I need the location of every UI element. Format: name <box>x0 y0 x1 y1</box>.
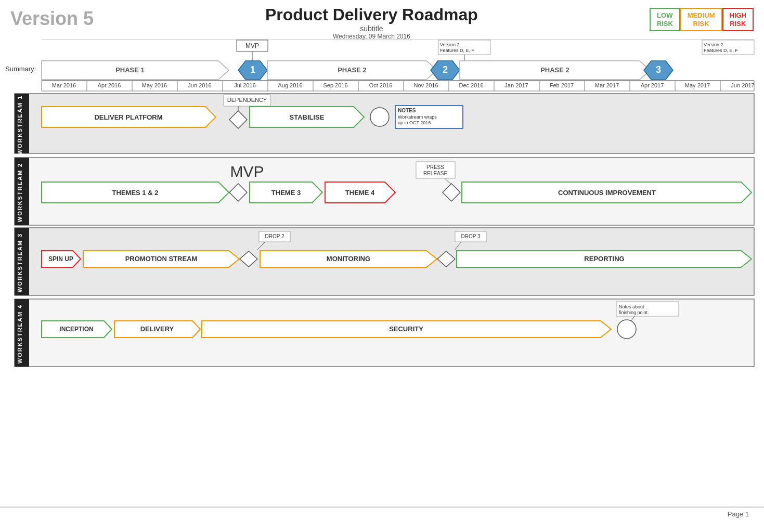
svg-text:STABILISE: STABILISE <box>290 113 325 121</box>
svg-text:SPIN UP: SPIN UP <box>48 255 73 263</box>
svg-text:MONITORING: MONITORING <box>327 255 370 263</box>
svg-text:WORKSTREAM 4: WORKSTREAM 4 <box>17 304 23 364</box>
svg-text:PHASE 2: PHASE 2 <box>338 66 367 74</box>
svg-text:CONTINUOUS IMPROVEMENT: CONTINUOUS IMPROVEMENT <box>558 189 656 197</box>
svg-text:RELEASE: RELEASE <box>423 171 447 176</box>
title-block: Product Delivery Roadmap subtitle Wednes… <box>94 5 650 40</box>
main-title: Product Delivery Roadmap <box>94 5 650 24</box>
svg-text:DEPENDENCY: DEPENDENCY <box>227 97 267 103</box>
low-risk-box: LOWRISK <box>650 8 680 31</box>
svg-text:SECURITY: SECURITY <box>389 325 423 333</box>
svg-text:Features D, E, F: Features D, E, F <box>704 48 739 53</box>
subtitle: subtitle <box>94 24 650 33</box>
svg-text:Version 2.: Version 2. <box>440 42 461 47</box>
svg-text:2: 2 <box>443 64 448 75</box>
svg-text:Jan 2017: Jan 2017 <box>504 82 528 88</box>
svg-text:THEME 3: THEME 3 <box>271 189 301 197</box>
svg-text:Features D, E, F: Features D, E, F <box>440 48 475 53</box>
svg-text:Jun 2017: Jun 2017 <box>731 82 754 88</box>
svg-text:PROMOTION STREAM: PROMOTION STREAM <box>125 255 198 263</box>
version-label: Version 5 <box>10 8 94 30</box>
svg-text:3: 3 <box>656 64 661 75</box>
svg-text:THEMES 1 & 2: THEMES 1 & 2 <box>112 189 159 197</box>
svg-text:MVP: MVP <box>230 163 264 180</box>
svg-point-125 <box>617 320 636 339</box>
svg-text:May 2017: May 2017 <box>685 82 710 88</box>
svg-text:WORKSTREAM 2: WORKSTREAM 2 <box>17 163 23 222</box>
svg-text:MVP: MVP <box>245 42 259 49</box>
main-canvas: MVP Version 2. Features D, E, F Version … <box>0 39 764 528</box>
svg-text:WORKSTREAM 1: WORKSTREAM 1 <box>17 95 23 154</box>
svg-text:May 2016: May 2016 <box>142 82 167 88</box>
svg-point-70 <box>370 108 389 126</box>
svg-text:Workstream wraps: Workstream wraps <box>398 114 437 120</box>
svg-text:NOTES: NOTES <box>398 108 416 113</box>
medium-risk-box: MEDIUMRISK <box>680 8 722 31</box>
svg-text:DELIVERY: DELIVERY <box>140 325 174 333</box>
svg-text:Version 2.: Version 2. <box>704 42 724 47</box>
svg-text:DELIVER PLATFORM: DELIVER PLATFORM <box>94 113 162 121</box>
svg-text:Apr 2017: Apr 2017 <box>641 82 664 88</box>
svg-text:PHASE 1: PHASE 1 <box>115 66 145 74</box>
svg-text:REPORTING: REPORTING <box>584 255 624 263</box>
svg-text:Summary:: Summary: <box>5 65 36 73</box>
svg-text:Aug 2016: Aug 2016 <box>278 82 302 88</box>
svg-text:DROP 2: DROP 2 <box>265 233 284 239</box>
svg-text:DROP 3: DROP 3 <box>461 233 480 239</box>
svg-text:Oct 2016: Oct 2016 <box>369 82 393 88</box>
page: Version 5 Product Delivery Roadmap subti… <box>0 0 764 532</box>
svg-text:WORKSTREAM 3: WORKSTREAM 3 <box>17 233 23 292</box>
svg-text:THEME 4: THEME 4 <box>345 189 375 197</box>
svg-text:Sep 2016: Sep 2016 <box>323 82 347 88</box>
svg-text:Dec 2016: Dec 2016 <box>459 82 483 88</box>
svg-text:Mar 2017: Mar 2017 <box>595 82 619 88</box>
header: Version 5 Product Delivery Roadmap subti… <box>10 5 754 40</box>
svg-text:Nov 2016: Nov 2016 <box>413 82 438 88</box>
svg-text:finishing point.: finishing point. <box>619 310 649 315</box>
svg-text:1: 1 <box>250 64 255 75</box>
high-risk-box: HIGHRISK <box>722 8 754 31</box>
risk-legend: LOWRISK MEDIUMRISK HIGHRISK <box>650 8 754 31</box>
svg-text:Notes about: Notes about <box>619 304 644 309</box>
svg-text:Jul 2016: Jul 2016 <box>234 82 256 88</box>
svg-text:Feb 2017: Feb 2017 <box>550 82 574 88</box>
svg-text:Page 1: Page 1 <box>728 510 749 518</box>
svg-text:up in OCT 2016: up in OCT 2016 <box>398 120 431 125</box>
svg-text:Apr 2016: Apr 2016 <box>98 82 121 88</box>
svg-text:INCEPTION: INCEPTION <box>59 326 93 333</box>
svg-text:PRESS: PRESS <box>426 164 444 170</box>
svg-text:Jun 2016: Jun 2016 <box>188 82 211 88</box>
svg-text:PHASE 2: PHASE 2 <box>540 66 569 74</box>
svg-text:Mar 2016: Mar 2016 <box>52 82 76 88</box>
